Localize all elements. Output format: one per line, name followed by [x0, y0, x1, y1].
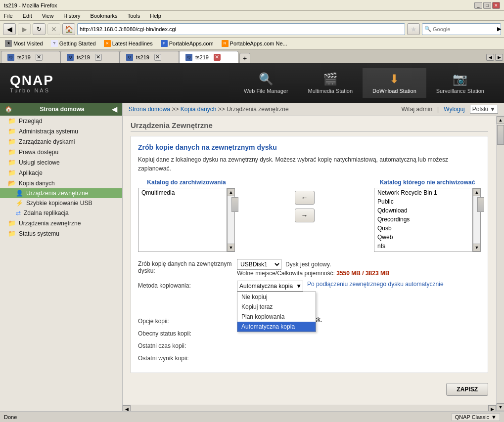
- sidebar-item-urzadzenia-external[interactable]: 👤 Urządzenia zewnętrzne: [0, 188, 122, 198]
- no-archive-item-2[interactable]: Public: [374, 197, 472, 206]
- tab-2[interactable]: Q ts219 ✕: [60, 51, 120, 63]
- tab-3-icon: Q: [126, 54, 133, 61]
- bookmark-portableapps[interactable]: P PortableApps.com: [159, 40, 216, 47]
- v-scroll-thumb[interactable]: [497, 125, 504, 145]
- bookmark-latest-headlines[interactable]: R Latest Headlines: [102, 40, 155, 47]
- sidebar-item-kopia[interactable]: 📂 Kopia danych: [0, 178, 122, 188]
- no-archive-item-6[interactable]: Qweb: [374, 233, 472, 242]
- logout-link[interactable]: Wyloguj: [444, 106, 465, 113]
- menu-tools[interactable]: Tools: [126, 12, 142, 19]
- tab-2-icon: Q: [67, 54, 74, 61]
- back-button[interactable]: ◀: [3, 23, 16, 35]
- no-archive-item-4[interactable]: Qrecordings: [374, 215, 472, 224]
- move-left-button[interactable]: ←: [295, 191, 315, 205]
- save-button[interactable]: ZAPISZ: [446, 383, 488, 396]
- tab-4-close[interactable]: ✕: [214, 54, 221, 61]
- search-submit-icon[interactable]: ▶: [497, 26, 501, 32]
- browser-toolbar: ◀ ▶ ↻ ✕ 🏠 ★ 🔍 ▶: [0, 21, 504, 38]
- tab-3-close[interactable]: ✕: [154, 54, 161, 61]
- reload-button[interactable]: ↻: [33, 23, 46, 35]
- sidebar-item-usb-copy[interactable]: ⚡ Szybkie kopiowanie USB: [0, 198, 122, 208]
- no-archive-item-3[interactable]: Qdownload: [374, 206, 472, 215]
- archive-folder-item-qmultimedia[interactable]: Qmultimedia: [138, 188, 227, 197]
- archive-scroll-down[interactable]: ▼: [227, 244, 235, 252]
- sidebar-item-status[interactable]: 📁 Status systemu: [0, 228, 122, 239]
- tab-3[interactable]: Q ts219 ✕: [120, 51, 179, 63]
- sidebar-item-administracja[interactable]: 📁 Administracja systemu: [0, 126, 122, 136]
- stop-button[interactable]: ✕: [47, 23, 60, 35]
- no-archive-item-7[interactable]: nfs: [374, 242, 472, 251]
- bookmark-getting-started[interactable]: ? Getting Started: [49, 40, 98, 47]
- sidebar-item-label: Administracja systemu: [19, 128, 78, 135]
- menu-help[interactable]: Help: [148, 12, 163, 19]
- no-archive-scroll-up[interactable]: ▲: [473, 188, 481, 196]
- forward-button[interactable]: ▶: [18, 23, 31, 35]
- tabs-scroll-left[interactable]: ◀: [486, 54, 494, 61]
- tabs-scroll-right[interactable]: ▶: [495, 54, 503, 61]
- method-option-kopiuj-teraz[interactable]: Kopiuj teraz: [237, 302, 316, 312]
- method-option-auto[interactable]: Automatyczna kopia: [237, 322, 316, 332]
- archive-scroll-up[interactable]: ▲: [227, 188, 235, 196]
- breadcrumb-home[interactable]: Strona domowa: [129, 106, 170, 113]
- tab-1-close[interactable]: ✕: [36, 54, 43, 61]
- no-archive-scroll-thumb[interactable]: [477, 197, 484, 212]
- sidebar-item-prawa[interactable]: 📁 Prawa dostępu: [0, 147, 122, 157]
- nav-surveillance-station[interactable]: 📷 Surveillance Station: [426, 68, 494, 98]
- search-engine-icon: 🔍: [424, 26, 431, 32]
- home-button[interactable]: 🏠: [62, 23, 75, 35]
- sidebar-item-dyski[interactable]: 📁 Zarządzanie dyskami: [0, 136, 122, 147]
- no-archive-item-1[interactable]: Network Recycle Bin 1: [374, 188, 472, 197]
- h-scroll-right[interactable]: ▶: [488, 405, 496, 411]
- h-scroll-left[interactable]: ◀: [123, 405, 131, 411]
- sidebar-item-uslugi[interactable]: 📁 Usługi sieciowe: [0, 157, 122, 168]
- disk-select[interactable]: USBDisk1: [237, 259, 281, 270]
- move-right-button[interactable]: →: [295, 209, 315, 222]
- menu-view[interactable]: View: [40, 12, 56, 19]
- sidebar-header[interactable]: 🏠 Strona domowa ◀: [0, 103, 122, 116]
- bookmark-most-visited[interactable]: ★ Most Visited: [3, 40, 45, 47]
- menu-edit[interactable]: Edit: [21, 12, 34, 19]
- sidebar-collapse-button[interactable]: ◀: [112, 105, 117, 113]
- minimize-button[interactable]: _: [474, 2, 482, 9]
- sidebar-item-urzadzenia[interactable]: 📁 Urządzenia zewnętrzne: [0, 218, 122, 228]
- nav-surveillance-station-label: Surveillance Station: [436, 88, 484, 94]
- nav-web-file-manager[interactable]: 🔍 Web File Manager: [234, 68, 298, 98]
- restore-button[interactable]: □: [483, 2, 491, 9]
- search-input[interactable]: [433, 26, 497, 32]
- tab-1[interactable]: Q ts219 ✕: [1, 51, 60, 63]
- usb-icon: ⚡: [16, 200, 23, 207]
- lang-select[interactable]: Polski ▼: [470, 105, 498, 114]
- tab-2-close[interactable]: ✕: [95, 54, 102, 61]
- no-archive-scroll-down[interactable]: ▼: [473, 244, 481, 252]
- close-button[interactable]: ✕: [492, 2, 500, 9]
- menu-file[interactable]: File: [2, 12, 15, 19]
- menu-bookmarks[interactable]: Bookmarks: [89, 12, 120, 19]
- tab-4[interactable]: Q ts219 ✕: [179, 51, 238, 63]
- sidebar-item-zdalna[interactable]: ⇄ Zdalna replikacja: [0, 208, 122, 218]
- folder-selection: Katalog do zarchiwizowania Qmultimedia ▲: [138, 179, 481, 252]
- no-archive-item-5[interactable]: Qusb: [374, 224, 472, 233]
- nav-multimedia-station[interactable]: 🎬 Multimedia Station: [298, 68, 363, 98]
- nav-download-station[interactable]: ⬇ DoWnload Station: [363, 68, 426, 98]
- no-archive-folder-list[interactable]: Network Recycle Bin 1 Public Qdownload Q…: [374, 188, 473, 252]
- v-scroll-up[interactable]: ▲: [497, 116, 504, 124]
- welcome-text: Witaj admin: [401, 106, 432, 113]
- qnap-logo: QNAP Turbo NAS: [10, 73, 54, 93]
- new-tab-button[interactable]: +: [239, 53, 250, 63]
- sidebar-item-label: Przegląd: [19, 118, 42, 125]
- sidebar-item-przeglad[interactable]: 📁 Przegląd: [0, 116, 122, 126]
- archive-folder-list[interactable]: Qmultimedia: [138, 188, 227, 252]
- sidebar-item-aplikacje[interactable]: 📁 Aplikacje: [0, 168, 122, 178]
- folder-icon: 📁: [8, 169, 16, 176]
- breadcrumb-kopia[interactable]: Kopia danych: [181, 106, 217, 113]
- method-option-nie-kopiuj[interactable]: Nie kopiuj: [237, 292, 316, 302]
- bookmark-star[interactable]: ★: [407, 23, 420, 35]
- v-scroll-down[interactable]: ▼: [497, 403, 504, 411]
- address-input[interactable]: [80, 26, 403, 32]
- search-wrap: 🔍 ▶: [422, 23, 501, 35]
- menu-history[interactable]: History: [61, 12, 82, 19]
- bookmark-portableapps2[interactable]: R PortableApps.com Ne...: [220, 40, 289, 47]
- method-select[interactable]: Automatyczna kopia ▼: [237, 281, 303, 292]
- archive-scroll-thumb[interactable]: [231, 197, 238, 212]
- method-option-plan[interactable]: Plan kopiowania: [237, 312, 316, 322]
